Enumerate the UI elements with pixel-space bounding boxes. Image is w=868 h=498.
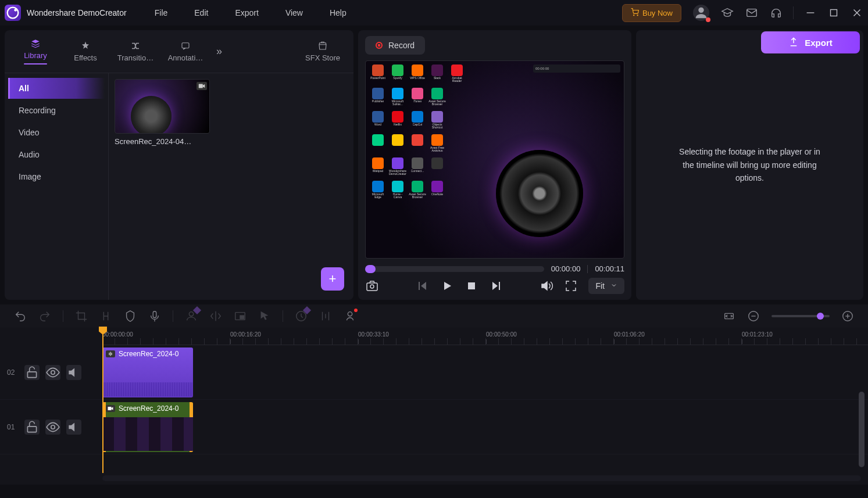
properties-hint: Selecting the footage in the player or i… — [674, 145, 826, 184]
ruler-tick: 00:01:23:10 — [742, 331, 773, 338]
category-image[interactable]: Image — [8, 166, 105, 187]
split-icon[interactable] — [99, 310, 112, 323]
tab-library[interactable]: Library — [10, 35, 60, 68]
library-panel: Library Effects Transitio… Annotati… » S… — [5, 30, 353, 300]
media-item[interactable]: ScreenRec_2024-04… — [115, 79, 210, 146]
tab-label: Annotati… — [168, 53, 203, 62]
menu-view[interactable]: View — [281, 5, 308, 21]
snapshot-icon[interactable] — [365, 279, 379, 293]
record-button[interactable]: Record — [365, 36, 425, 55]
headset-icon[interactable] — [770, 6, 783, 19]
mail-icon[interactable] — [745, 6, 758, 19]
svg-rect-18 — [240, 316, 244, 319]
svg-rect-11 — [199, 84, 203, 88]
export-button[interactable]: Export — [761, 31, 860, 53]
svg-point-28 — [51, 370, 55, 374]
audio-clip[interactable]: ScreenRec_2024-0 — [102, 347, 193, 397]
ai-avatar-icon[interactable] — [344, 310, 356, 323]
clip-name: ScreenRec_2024-0 — [119, 350, 178, 358]
time-total: 00:00:11 — [595, 264, 624, 273]
library-icon — [30, 38, 41, 49]
menu-help[interactable]: Help — [325, 5, 351, 21]
transitions-icon — [130, 41, 141, 51]
track-mute-icon[interactable] — [66, 365, 81, 380]
svg-point-30 — [51, 425, 55, 429]
audio-adjust-icon[interactable] — [319, 310, 332, 323]
zoom-slider[interactable] — [771, 315, 830, 317]
menu-export[interactable]: Export — [230, 5, 263, 21]
chevron-down-icon — [610, 281, 617, 291]
next-frame-icon[interactable] — [489, 279, 503, 293]
fullscreen-icon[interactable] — [564, 279, 578, 293]
svg-rect-12 — [367, 283, 377, 291]
video-clip[interactable]: ScreenRec_2024-0 — [102, 402, 193, 452]
tabs-more-icon[interactable]: » — [210, 45, 228, 58]
preview-video[interactable]: PowerPointSpotifyWPS OfficeSlackAcrobat … — [365, 60, 624, 259]
tab-annotations[interactable]: Annotati… — [160, 37, 210, 66]
window-close-icon[interactable] — [851, 6, 863, 19]
category-audio[interactable]: Audio — [8, 144, 105, 165]
zoom-out-icon[interactable] — [747, 310, 760, 323]
tab-sfx-store[interactable]: SFX Store — [298, 37, 348, 66]
track-row: 02 ScreenRec_2024-0 — [0, 345, 868, 400]
prev-frame-icon[interactable] — [416, 279, 430, 293]
category-video[interactable]: Video — [8, 122, 105, 143]
window-maximize-icon[interactable] — [827, 6, 840, 19]
crop-icon[interactable] — [75, 310, 88, 323]
ruler-tick: 00:00:16:20 — [230, 331, 261, 338]
fit-timeline-icon[interactable] — [723, 310, 735, 323]
menu-edit[interactable]: Edit — [190, 5, 213, 21]
track-visibility-icon[interactable] — [45, 365, 60, 380]
clip-name: ScreenRec_2024-0 — [119, 404, 178, 413]
export-icon — [788, 37, 799, 49]
ruler-tick: 00:00:00:00 — [102, 331, 133, 338]
cart-icon — [631, 8, 639, 18]
cursor-icon[interactable] — [258, 310, 271, 323]
ai-portrait-icon[interactable] — [185, 310, 198, 323]
properties-panel: Selecting the footage in the player or i… — [636, 30, 863, 300]
graduation-icon[interactable] — [721, 6, 734, 19]
marker-icon[interactable] — [124, 310, 137, 323]
tab-label: Library — [24, 51, 47, 65]
play-icon[interactable] — [440, 279, 454, 293]
buy-now-label: Buy Now — [642, 9, 673, 17]
category-recording[interactable]: Recording — [8, 100, 105, 121]
track-visibility-icon[interactable] — [45, 420, 60, 435]
svg-rect-5 — [747, 9, 757, 17]
tab-effects[interactable]: Effects — [60, 37, 110, 66]
track-lock-icon[interactable] — [24, 365, 40, 380]
mirror-icon[interactable] — [209, 310, 222, 323]
buy-now-button[interactable]: Buy Now — [622, 4, 681, 22]
progress-slider[interactable] — [365, 266, 544, 272]
timeline-scrollbar-v[interactable] — [859, 392, 865, 467]
timeline-ruler[interactable]: 00:00:00:00 00:00:16:20 00:00:33:10 00:0… — [102, 328, 868, 345]
timeline: 00:00:00:00 00:00:16:20 00:00:33:10 00:0… — [0, 328, 868, 485]
svg-rect-29 — [27, 426, 36, 432]
zoom-fit-dropdown[interactable]: Fit — [588, 278, 624, 294]
tab-label: Transitio… — [117, 53, 153, 62]
tab-label: Effects — [74, 53, 97, 62]
window-minimize-icon[interactable] — [804, 6, 817, 19]
tab-transitions[interactable]: Transitio… — [110, 37, 160, 66]
pip-icon[interactable] — [234, 310, 247, 323]
undo-icon[interactable] — [14, 310, 27, 323]
record-label: Record — [388, 41, 415, 50]
volume-icon[interactable] — [540, 279, 553, 293]
timeline-scrollbar-h[interactable] — [102, 475, 861, 481]
tab-label: SFX Store — [305, 53, 340, 62]
voiceover-icon[interactable] — [148, 310, 161, 323]
add-media-button[interactable]: + — [321, 267, 344, 291]
playhead[interactable] — [102, 328, 103, 473]
redo-icon[interactable] — [38, 310, 51, 323]
export-label: Export — [805, 38, 833, 48]
category-all[interactable]: All — [8, 78, 105, 99]
account-icon[interactable] — [693, 5, 709, 21]
track-mute-icon[interactable] — [66, 420, 81, 435]
timeline-toolbar — [0, 304, 868, 328]
track-lock-icon[interactable] — [24, 420, 40, 435]
video-badge-icon — [197, 82, 207, 90]
stop-icon[interactable] — [465, 279, 478, 293]
zoom-in-icon[interactable] — [841, 310, 854, 323]
menu-file[interactable]: File — [150, 5, 173, 21]
speed-icon[interactable] — [295, 310, 308, 323]
